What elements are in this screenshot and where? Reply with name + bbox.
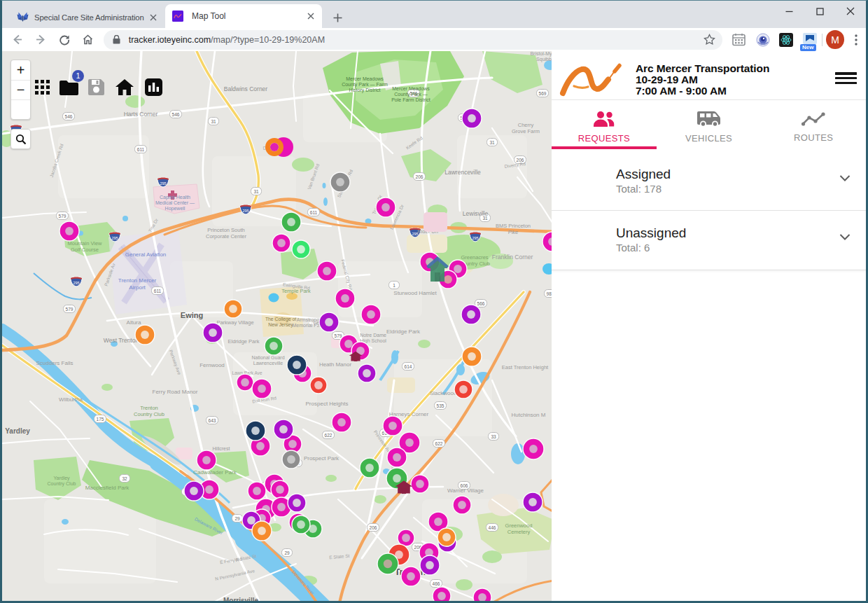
svg-text:546: 546 [172,112,180,117]
svg-text:Prospect Heights: Prospect Heights [306,401,349,407]
svg-text:206: 206 [370,525,377,530]
svg-text:Country Club: Country Club [48,481,76,487]
svg-text:Trenton: Trenton [140,405,158,411]
svg-text:175: 175 [97,417,104,422]
svg-text:579: 579 [59,214,66,219]
svg-text:29: 29 [284,550,290,555]
svg-text:546: 546 [65,114,73,119]
svg-text:East Trenton Height: East Trenton Height [502,364,549,370]
svg-text:579: 579 [66,307,74,312]
svg-text:Hutchinson M: Hutchinson M [512,412,546,418]
svg-text:611: 611 [310,210,318,215]
svg-text:Country Club: Country Club [134,411,164,417]
svg-text:Airport: Airport [129,284,146,291]
svg-text:Hopewell: Hopewell [165,206,186,212]
svg-text:Cemetery: Cemetery [507,529,531,535]
svg-text:Cherry: Cherry [518,122,534,128]
svg-text:Mountain View: Mountain View [67,240,102,247]
svg-text:Parkway Village: Parkway Village [216,319,253,326]
svg-text:569: 569 [539,91,547,96]
svg-text:Mercer Meadows: Mercer Meadows [392,86,430,91]
svg-text:295: 295 [160,181,166,186]
svg-text:Yardley: Yardley [5,427,30,435]
svg-text:Pike: Pike [508,229,519,235]
svg-text:Altura: Altura [127,319,141,326]
svg-text:614: 614 [405,364,412,369]
svg-text:295: 295 [472,236,478,240]
svg-text:Eldridge Park: Eldridge Park [386,328,421,335]
svg-text:622: 622 [325,433,332,438]
svg-text:579: 579 [335,333,342,338]
svg-text:33: 33 [491,434,496,439]
svg-text:The College of: The College of [265,317,296,322]
svg-text:31: 31 [211,119,216,124]
svg-text:Macclesfield Park: Macclesfield Park [85,485,130,491]
svg-text:Lawrenceville: Lawrenceville [253,361,284,366]
svg-text:Eldridge Park: Eldridge Park [227,338,259,345]
svg-text:History District: History District [349,88,380,93]
svg-text:Capital Health: Capital Health [160,195,190,200]
svg-text:622: 622 [435,441,443,446]
svg-text:643: 643 [209,418,216,423]
svg-text:Mercer Meadows: Mercer Meadows [346,76,384,81]
svg-text:County Park — Farm: County Park — Farm [342,82,388,88]
svg-text:Slackwood: Slackwood [430,390,457,396]
svg-text:206: 206 [416,174,424,179]
svg-text:BMS Princeton: BMS Princeton [496,223,531,229]
svg-text:Fernwood: Fernwood [200,362,225,368]
svg-text:Greenwood: Greenwood [505,522,533,529]
svg-text:Greenacres: Greenacres [461,254,488,261]
svg-text:Morrisville: Morrisville [223,597,258,601]
svg-text:295: 295 [242,209,248,213]
svg-text:Trenton Mercer: Trenton Mercer [118,277,157,284]
svg-text:Wilburtha: Wilburtha [59,396,83,403]
svg-text:466: 466 [433,581,440,586]
svg-text:31: 31 [253,189,259,194]
svg-text:29: 29 [234,516,240,521]
svg-text:Harts Corner: Harts Corner [124,111,158,118]
svg-text:Grove Farm: Grove Farm [512,128,540,134]
svg-text:Medical Center —: Medical Center — [155,200,195,205]
svg-text:Warner Village: Warner Village [447,487,484,494]
svg-text:West Trenton: West Trenton [104,337,139,344]
svg-text:446: 446 [489,525,496,530]
svg-text:General Aviation: General Aviation [125,251,167,258]
svg-text:Yardley: Yardley [53,476,70,481]
svg-text:Notre Dame: Notre Dame [360,333,386,338]
svg-text:Bristol-My: Bristol-My [530,51,552,57]
svg-text:31: 31 [489,140,495,145]
svg-text:Scudders Falls: Scudders Falls [36,360,74,366]
svg-text:611: 611 [137,147,145,152]
svg-text:295: 295 [73,281,79,285]
svg-text:Cadwalader Park: Cadwalader Park [193,469,237,476]
svg-text:611: 611 [154,289,162,293]
svg-text:New Jersey: New Jersey [268,322,293,328]
svg-text:32: 32 [122,476,127,481]
svg-text:295: 295 [111,236,118,240]
svg-text:Golf Course: Golf Course [71,247,99,253]
svg-text:Sturwood Hamlet: Sturwood Hamlet [393,290,437,296]
svg-text:Ferry Road Manor: Ferry Road Manor [153,389,198,395]
svg-text:Ewing: Ewing [181,311,203,319]
svg-text:Hillcrest: Hillcrest [213,446,230,451]
svg-text:Corporate Center: Corporate Center [206,233,246,240]
svg-text:Lewisville: Lewisville [463,210,489,217]
svg-text:Prospect Park: Prospect Park [304,455,340,462]
svg-text:566: 566 [477,301,485,306]
svg-text:Princeton South: Princeton South [207,227,244,233]
svg-text:1: 1 [393,283,396,288]
svg-text:Squibb: Squibb [536,57,552,62]
svg-text:535: 535 [437,403,444,408]
svg-text:Baldwins Corner: Baldwins Corner [224,85,268,92]
svg-text:National Guard: National Guard [251,355,284,360]
svg-text:Lawrenceville: Lawrenceville [444,169,481,176]
svg-text:Pole Farm District: Pole Farm District [391,97,430,102]
svg-text:County Park —: County Park — [394,92,427,97]
svg-text:Heath Manor: Heath Manor [319,361,352,368]
svg-text:Franklin Corner: Franklin Corner [492,254,533,261]
svg-text:983: 983 [547,291,552,296]
